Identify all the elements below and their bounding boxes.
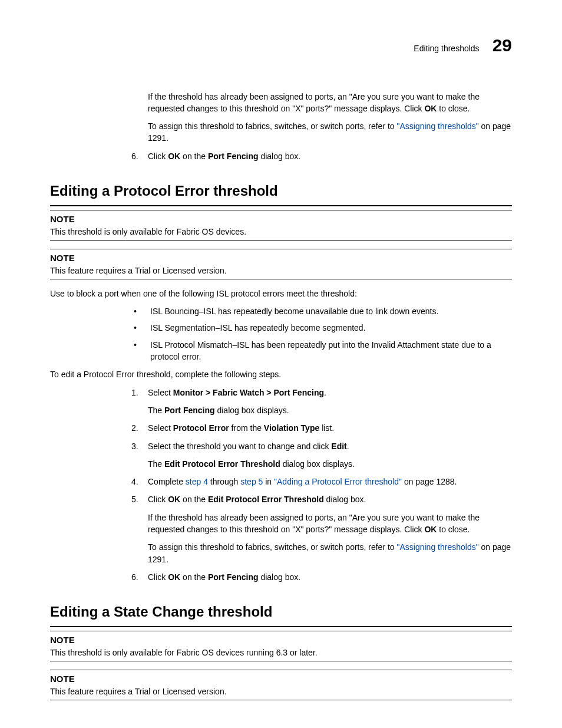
note-block: NOTE This threshold is only available fo… bbox=[50, 631, 512, 661]
note-block: NOTE This feature requires a Trial or Li… bbox=[50, 670, 512, 700]
step-4: 4. Complete step 4 through step 5 in "Ad… bbox=[131, 476, 512, 487]
adding-threshold-link[interactable]: "Adding a Protocol Error threshold" bbox=[274, 477, 402, 486]
step-5: 5. Click OK on the Edit Protocol Error T… bbox=[131, 493, 512, 565]
header-section-label: Editing thresholds bbox=[414, 42, 479, 54]
section-heading-state-change: Editing a State Change threshold bbox=[50, 602, 512, 622]
note-block: NOTE This feature requires a Trial or Li… bbox=[50, 249, 512, 279]
intro-para: Use to block a port when one of the foll… bbox=[50, 288, 512, 299]
bullet-list: •ISL Bouncing–ISL has repeatedly become … bbox=[131, 305, 512, 363]
bullet-item: ISL Segmentation–ISL has repeatedly beco… bbox=[150, 322, 366, 334]
step-2: 2. Select Protocol Error from the Violat… bbox=[131, 422, 512, 434]
step-6: 6. Click OK on the Port Fencing dialog b… bbox=[131, 571, 512, 583]
bullet-item: ISL Bouncing–ISL has repeatedly become u… bbox=[150, 305, 438, 317]
bullet-item: ISL Protocol Mismatch–ISL has been repea… bbox=[150, 339, 512, 363]
step-1: 1. Select Monitor > Fabric Watch > Port … bbox=[131, 387, 512, 417]
continuation-para: If the threshold has already been assign… bbox=[148, 91, 512, 115]
section-heading-protocol-error: Editing a Protocol Error threshold bbox=[50, 181, 512, 202]
chapter-number: 29 bbox=[492, 32, 512, 58]
page-header: Editing thresholds 29 bbox=[50, 32, 512, 58]
step-6: 6. Click OK on the Port Fencing dialog b… bbox=[131, 150, 512, 162]
intro2-para: To edit a Protocol Error threshold, comp… bbox=[50, 368, 512, 380]
section-rule bbox=[50, 626, 512, 627]
assign-threshold-para: To assign this threshold to fabrics, swi… bbox=[148, 120, 512, 144]
step5-link[interactable]: step 5 bbox=[240, 477, 263, 486]
note-block: NOTE This threshold is only available fo… bbox=[50, 210, 512, 241]
assigning-thresholds-link[interactable]: "Assigning thresholds" bbox=[397, 121, 479, 131]
section-rule bbox=[50, 205, 512, 206]
step-3: 3. Select the threshold you want to chan… bbox=[131, 440, 512, 470]
step4-link[interactable]: step 4 bbox=[186, 477, 208, 486]
assigning-thresholds-link[interactable]: "Assigning thresholds" bbox=[397, 542, 479, 552]
